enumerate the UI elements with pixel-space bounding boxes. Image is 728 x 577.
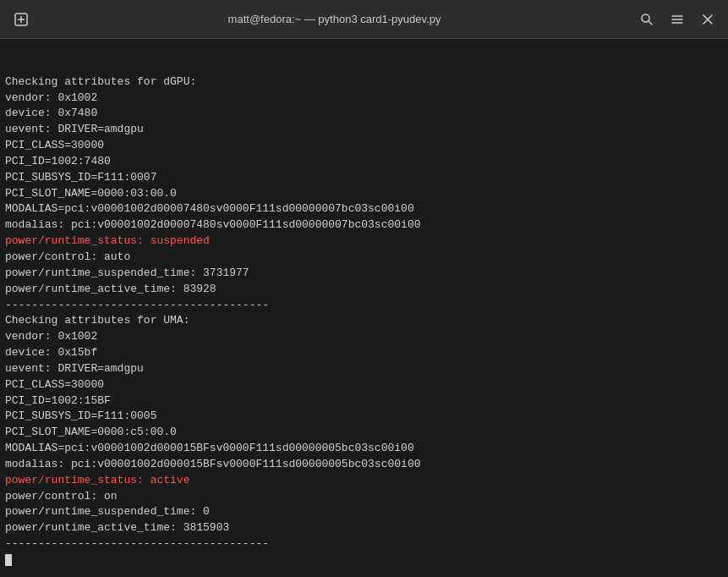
close-button[interactable] <box>694 6 721 33</box>
terminal-line: PCI_ID=1002:15BF <box>5 393 723 409</box>
terminal-line: power/control: auto <box>5 250 723 266</box>
terminal-line: MODALIAS=pci:v00001002d000015BFsv0000F11… <box>5 441 723 457</box>
terminal-line: PCI_SLOT_NAME=0000:03:00.0 <box>5 186 723 202</box>
terminal-line: power/runtime_suspended_time: 0 <box>5 504 723 520</box>
terminal-line: power/runtime_status: active <box>5 473 723 489</box>
terminal-line: ---------------------------------------- <box>5 536 723 552</box>
terminal-line: modalias: pci:v00001002d000015BFsv0000F1… <box>5 457 723 473</box>
terminal-line: device: 0x7480 <box>5 106 723 122</box>
terminal-line: uevent: DRIVER=amdgpu <box>5 361 723 377</box>
add-tab-button[interactable] <box>7 5 36 34</box>
terminal-line: MODALIAS=pci:v00001002d00007480sv0000F11… <box>5 201 723 217</box>
terminal-line: power/control: on <box>5 489 723 505</box>
window-title: matt@fedora:~ — python3 card1-pyudev.py <box>36 13 633 25</box>
terminal-line: power/runtime_active_time: 83928 <box>5 282 723 298</box>
terminal-line: PCI_SUBSYS_ID=F111:0005 <box>5 409 723 425</box>
terminal-line: power/runtime_status: suspended <box>5 234 723 250</box>
title-bar-left <box>7 5 36 34</box>
search-button[interactable] <box>633 6 660 33</box>
terminal-line: ---------------------------------------- <box>5 298 723 314</box>
terminal-line: PCI_SUBSYS_ID=F111:0007 <box>5 170 723 186</box>
title-bar: matt@fedora:~ — python3 card1-pyudev.py <box>0 0 728 39</box>
title-bar-right <box>633 6 721 33</box>
terminal-line: modalias: pci:v00001002d00007480sv0000F1… <box>5 217 723 234</box>
terminal-line: uevent: DRIVER=amdgpu <box>5 122 723 138</box>
terminal-output: Checking attributes for dGPU:vendor: 0x1… <box>0 39 728 577</box>
terminal-line: Checking attributes for UMA: <box>5 313 723 329</box>
terminal-line: PCI_CLASS=30000 <box>5 377 723 393</box>
terminal-line: power/runtime_active_time: 3815903 <box>5 520 723 536</box>
terminal-line: PCI_CLASS=30000 <box>5 138 723 154</box>
terminal-line: device: 0x15bf <box>5 345 723 361</box>
menu-button[interactable] <box>664 6 691 33</box>
terminal-line: vendor: 0x1002 <box>5 329 723 345</box>
terminal-line: Checking attributes for dGPU: <box>5 74 723 91</box>
terminal-line: power/runtime_suspended_time: 3731977 <box>5 266 723 282</box>
svg-line-4 <box>649 21 652 25</box>
terminal-line: PCI_SLOT_NAME=0000:c5:00.0 <box>5 425 723 441</box>
terminal-line: vendor: 0x1002 <box>5 91 723 107</box>
window: matt@fedora:~ — python3 card1-pyudev.py <box>0 0 728 577</box>
terminal-line: PCI_ID=1002:7480 <box>5 154 723 170</box>
terminal-cursor-line <box>5 552 723 569</box>
